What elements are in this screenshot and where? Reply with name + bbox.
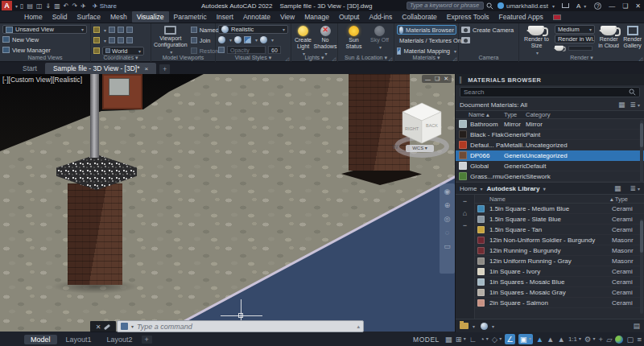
layout-tab-layout1[interactable]: Layout1 [60,335,98,344]
library-material-row-1-5in-square-tan[interactable]: 1.5in Square - TanCerami [475,224,644,235]
annotation-visibility-icon[interactable]: ▲ [536,334,543,344]
opacity-value[interactable]: 60 [268,46,281,54]
autocad-logo-icon[interactable]: A [2,1,12,10]
snap-icon[interactable]: ⊞▾ [456,334,466,344]
library-table-header[interactable]: Name ▴ Type [475,195,644,204]
command-history-icon[interactable] [121,323,128,330]
restore-button[interactable]: ❏ [622,2,628,10]
annotation-autoscale-icon[interactable]: ▲ [547,334,554,344]
open-library-folder-icon[interactable] [460,323,469,329]
start-tab[interactable]: Start [14,63,45,74]
library-material-row-12in-non-uniform-soldier-burgundy[interactable]: 12in Non-Uniform Soldier - BurgundyMason… [475,235,644,245]
panel-title[interactable]: Named Views [0,54,90,62]
polar-tracking-icon[interactable]: ◔▾ [480,334,489,344]
workspace-mini-icon[interactable] [553,14,561,20]
annotation-people-icon[interactable]: ▲ [558,334,565,344]
library-material-row-12in-running-burgundy[interactable]: 12in Running - BurgundyMasonr [475,245,644,256]
edge-style-icon[interactable] [244,36,251,43]
ucs-icon-settings[interactable] [93,47,100,54]
ucs-previous-icon[interactable] [93,37,100,43]
object-snap-icon[interactable]: ▣▾ [518,334,533,344]
visual-style-combo[interactable]: Realistic▾ [218,25,288,34]
drawing-restore-button[interactable]: ❏ [435,76,440,82]
material-row-defaul-paint[interactable]: Defaul... PaintMetalli...Uncategorized [456,140,644,150]
material-row-grass-rmuda[interactable]: Grass...rmudaGenericSitework [456,171,644,182]
status-menu-icon[interactable]: ≡ [637,334,642,344]
qnew-icon[interactable]: ▯ [20,2,23,10]
opacity-slider[interactable]: Opacity [227,46,266,54]
grid-icon[interactable]: ▦ [445,334,452,344]
home-folder-icon[interactable]: ⌂ [463,209,467,217]
ucs-icon[interactable] [93,27,100,33]
menu-tab-annotate[interactable]: Annotate [238,11,275,23]
door-object[interactable] [102,74,142,109]
library-scrollbar[interactable] [640,219,643,314]
osnap-tracking-icon[interactable]: ∠ [505,334,515,344]
material-row-black-flaking[interactable]: Black - FlakingGenericPaint [456,130,644,140]
share-icon[interactable]: ✈ [80,2,86,10]
panel-launcher-icon[interactable]: ◿ [452,56,456,61]
library-material-row-12in-uniform-running-gray[interactable]: 12in Uniform Running - GrayMasonr [475,256,644,266]
library-material-row-1-5in-square-slate-blue[interactable]: 1.5in Square - Slate BlueCerami [475,214,644,224]
isometric-drafting-icon[interactable]: ◇▾ [492,334,502,344]
command-close-icon[interactable]: ✕ [96,323,101,331]
material-row-global[interactable]: GlobalGenericDefault [456,161,644,171]
close-button[interactable]: ✕ [635,2,641,10]
help-icon[interactable]: ? [594,2,601,10]
create-material-icon[interactable] [481,323,488,330]
materials-browser-header[interactable]: ▍ MATERIALS BROWSER [456,74,644,85]
library-material-row-1in-squares-mosaic-blue[interactable]: 1in Squares - Mosaic BlueCerami [475,277,644,287]
annotation-scale-control[interactable]: 1:1▾ [568,334,581,344]
drawing-tab[interactable]: Sample file - 3D View - [3D]* × [45,63,156,74]
open-icon[interactable]: ▤ [27,2,33,10]
orbit-icon[interactable]: ◌ [445,229,449,237]
menu-tab-add-ins[interactable]: Add-ins [364,11,397,23]
menu-tab-surface[interactable]: Surface [72,11,105,23]
ucs-world-icon[interactable] [109,27,115,33]
panel-title[interactable]: Coordinates ▾ [91,54,151,62]
viewport-controls-label[interactable]: [-][Custom View][Realistic] [2,76,82,84]
library-material-row-1in-squares-mosaic-gray[interactable]: 1in Squares - Mosaic GrayCerami [475,287,644,298]
signed-in-user[interactable]: umarkhalid.est ▾ A ▾ ? [497,0,601,11]
shadows-button[interactable]: ✕ No Shadows▾ [315,25,336,57]
panel-title[interactable]: Materials ▾ [394,54,458,62]
search-icon[interactable] [486,2,493,10]
materials-scrollbar[interactable] [640,120,643,183]
plot-icon[interactable]: ▥ [54,2,60,10]
menu-tab-express-tools[interactable]: Express Tools [442,11,494,23]
library-material-row-1in-square-ivory[interactable]: 1in Square - IvoryCerami [475,266,644,277]
drawing-canvas[interactable]: [-][Custom View][Realistic] — ❏ ✕ ◉⊕◎◌▭ … [0,74,455,332]
pan-icon[interactable]: ⊕ [444,201,451,209]
logo-caret-icon[interactable]: ▾ [15,3,18,9]
drawing-minimize-button[interactable]: — [425,76,431,82]
new-layout-button[interactable]: + [142,336,152,344]
render-quality-combo[interactable]: Medium▾ [555,25,595,34]
sky-off-button[interactable]: Sky Off▾ [369,25,390,51]
viewcube[interactable]: W RIGHT BACK [391,98,455,163]
new-drawing-tab-button[interactable]: + [159,64,170,74]
clean-screen-icon[interactable]: ▢ [626,334,634,344]
save-icon[interactable]: ◫ [36,2,43,10]
create-camera-button[interactable]: Create Camera [461,25,517,35]
menu-tab-manage[interactable]: Manage [299,11,334,23]
panel-title[interactable]: Model Viewports [151,54,215,62]
layout-tab-model[interactable]: Model [24,335,57,344]
panel-launcher-icon[interactable]: ◿ [638,56,642,61]
panel-launcher-icon[interactable]: ◿ [332,56,336,61]
menu-tab-visualize[interactable]: Visualize [132,11,169,23]
showmotion-icon[interactable]: ▭ [444,242,451,250]
app-store-button[interactable]: A ▾ [576,2,586,10]
menu-tab-solid[interactable]: Solid [47,11,72,23]
layout-tab-layout2[interactable]: Layout2 [101,335,139,344]
viewcube-west-label[interactable]: W [393,144,398,150]
opacity-toggle-icon[interactable] [218,47,225,53]
library-name-button[interactable]: Autodesk Library ▾ [487,185,546,192]
menu-tab-featured-apps[interactable]: Featured Apps [494,11,548,23]
drawing-close-button[interactable]: ✕ [444,76,448,82]
library-thumbnail-view-icon[interactable]: ▦ [614,184,621,192]
show-cameras-button[interactable] [461,35,517,45]
undo-icon[interactable]: ↶ [64,2,69,10]
panel-title[interactable]: Visual Styles ▾ [216,54,291,62]
panel-title[interactable]: Camera [459,54,518,62]
document-materials-filter[interactable]: Document Materials: All [460,101,527,109]
